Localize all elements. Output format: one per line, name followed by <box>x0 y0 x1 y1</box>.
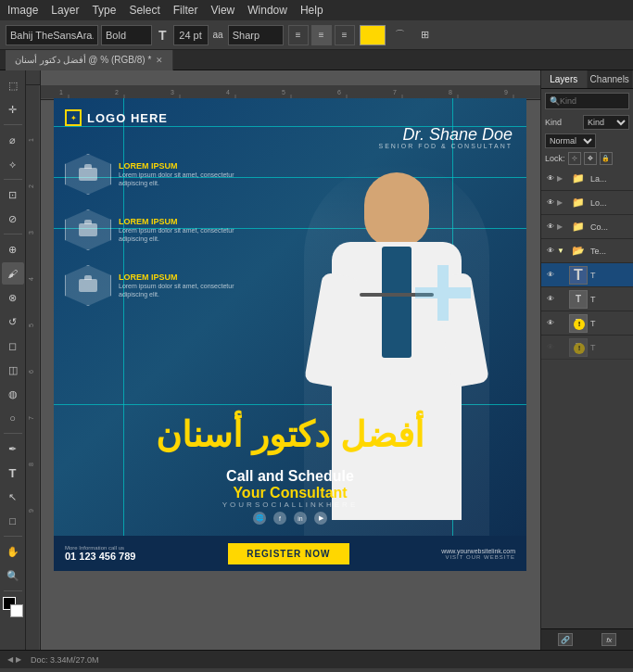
social-icon-4: ▶ <box>314 512 327 525</box>
hex-shape-2 <box>65 209 111 250</box>
link-layers-btn[interactable]: 🔗 <box>558 633 573 646</box>
layers-search-input[interactable] <box>560 96 625 106</box>
antialiasing-select[interactable] <box>228 25 284 45</box>
font-style-input[interactable] <box>101 25 152 45</box>
gradient-tool[interactable]: ◫ <box>2 359 24 381</box>
layers-list: 👁 ▶ 📁 La... 👁 ▶ 📁 Lo... 👁 ▶ 📁 Co... <box>541 167 633 628</box>
svg-text:2: 2 <box>115 89 119 95</box>
bottom-bar: More Information call us 01 123 456 789 … <box>54 536 526 571</box>
lock-position-btn[interactable]: ⊹ <box>568 152 581 165</box>
fx-btn[interactable]: fx <box>601 633 616 646</box>
layer-item-t1[interactable]: 👁 T T <box>541 263 633 287</box>
hex-text-3: LOREM IPSUM Lorem ipsum dolor sit amet, … <box>119 273 239 298</box>
layer-visibility-t3[interactable]: 👁 <box>544 317 557 330</box>
layer-expand-co[interactable]: ▶ <box>557 222 566 231</box>
menu-image[interactable]: Image <box>7 4 38 17</box>
svg-text:7: 7 <box>393 89 397 95</box>
menu-filter[interactable]: Filter <box>173 4 198 17</box>
arabic-heading: أفضل دكتور أسنان <box>54 416 526 455</box>
lock-pixel-btn[interactable]: ✥ <box>584 152 597 165</box>
layers-search[interactable]: 🔍 <box>545 93 629 109</box>
shape-tool[interactable]: □ <box>2 510 24 532</box>
menu-view[interactable]: View <box>210 4 234 17</box>
layer-t-icon-4: T ! <box>569 338 588 357</box>
layer-item-lo[interactable]: 👁 ▶ 📁 Lo... <box>541 191 633 215</box>
zoom-tool[interactable]: 🔍 <box>2 564 24 587</box>
phone-area: More Information call us 01 123 456 789 <box>65 545 135 562</box>
pen-tool[interactable]: ✒ <box>2 437 24 460</box>
brush-tool[interactable]: 🖌 <box>2 262 24 285</box>
blur-tool[interactable]: ◍ <box>2 383 24 405</box>
social-link-text: YOURSOCIALLINKHERE <box>54 501 526 509</box>
eraser-tool[interactable]: ◻ <box>2 335 24 357</box>
warp-text-btn[interactable]: ⌒ <box>390 25 411 45</box>
align-left-btn[interactable]: ≡ <box>288 25 309 45</box>
menu-type[interactable]: Type <box>92 4 116 17</box>
menu-window[interactable]: Window <box>247 4 287 17</box>
move-tool[interactable]: ✛ <box>2 98 24 120</box>
aa-icon: aa <box>211 30 225 40</box>
dodge-tool[interactable]: ○ <box>2 407 24 429</box>
path-selection-tool[interactable]: ↖ <box>2 486 24 508</box>
layer-expand-te[interactable]: ▼ <box>557 247 566 255</box>
selection-tool[interactable]: ⬚ <box>2 74 24 96</box>
layer-expand-lo[interactable]: ▶ <box>557 198 566 207</box>
document-tab[interactable]: أفضل دكتور أسنان @ % (RGB/8) * ✕ <box>6 50 173 70</box>
layer-visibility-te[interactable]: 👁 <box>544 245 557 258</box>
tab-close-btn[interactable]: ✕ <box>156 56 163 65</box>
lock-all-btn[interactable]: 🔒 <box>600 152 613 165</box>
align-center-btn[interactable]: ≡ <box>311 25 332 45</box>
align-right-btn[interactable]: ≡ <box>335 25 355 45</box>
layer-item-t4[interactable]: 👁 T ! T <box>541 336 633 360</box>
magic-wand-tool[interactable]: ⟡ <box>2 153 24 175</box>
kind-select[interactable]: Kind <box>583 115 629 130</box>
stamp-tool[interactable]: ⊗ <box>2 286 24 309</box>
status-prev-btn[interactable]: ◀ <box>7 655 13 664</box>
layer-visibility-la[interactable]: 👁 <box>544 172 557 185</box>
font-size-input[interactable] <box>173 25 209 45</box>
layer-name-co: Co... <box>590 222 630 232</box>
layer-visibility-co[interactable]: 👁 <box>544 221 557 234</box>
layer-item-t2[interactable]: 👁 T T <box>541 287 633 311</box>
menu-layer[interactable]: Layer <box>51 4 79 17</box>
register-button[interactable]: REGISTER NOW <box>228 543 348 564</box>
tab-bar: أفضل دكتور أسنان @ % (RGB/8) * ✕ <box>0 50 633 70</box>
options-btn[interactable]: ⊞ <box>415 25 436 45</box>
menu-select[interactable]: Select <box>129 4 159 17</box>
crop-tool[interactable]: ⊡ <box>2 184 24 206</box>
type-tool[interactable]: T <box>2 462 24 484</box>
website-label: VISIT OUR WEBSITE <box>445 554 515 560</box>
history-brush-tool[interactable]: ↺ <box>2 311 24 333</box>
layer-item-te[interactable]: 👁 ▼ 📂 Te... <box>541 239 633 263</box>
lasso-tool[interactable]: ⌀ <box>2 129 24 151</box>
layer-t-icon-3: T ! <box>569 314 588 333</box>
tab-channels[interactable]: Channels <box>588 70 634 88</box>
doctor-name-text: Dr. Shane Doe <box>378 126 513 143</box>
text-color-swatch[interactable] <box>360 25 386 45</box>
layer-visibility-t4[interactable]: 👁 <box>544 341 557 354</box>
lock-row: Lock: ⊹ ✥ 🔒 <box>541 150 633 167</box>
font-family-input[interactable] <box>6 25 98 45</box>
canvas-area: 1 2 3 4 5 6 7 8 9 10 <box>26 70 540 650</box>
healing-brush-tool[interactable]: ⊕ <box>2 238 24 260</box>
social-icon-3: in <box>294 512 307 525</box>
layer-item-la[interactable]: 👁 ▶ 📁 La... <box>541 167 633 191</box>
foreground-background-colors[interactable] <box>3 597 23 617</box>
website-url: www.yourwebsitelink.com <box>441 548 515 554</box>
layer-expand-la[interactable]: ▶ <box>557 174 566 183</box>
layer-item-t3[interactable]: 👁 T ! T <box>541 311 633 336</box>
eyedropper-tool[interactable]: ⊘ <box>2 208 24 230</box>
tab-layers[interactable]: Layers <box>541 70 588 88</box>
blend-mode-select[interactable]: Normal <box>545 133 596 148</box>
layer-visibility-lo[interactable]: 👁 <box>544 197 557 209</box>
layer-visibility-t1[interactable]: 👁 <box>544 269 557 282</box>
font-group: T aa <box>6 25 284 45</box>
layer-name-te: Te... <box>590 247 630 256</box>
layer-item-co[interactable]: 👁 ▶ 📁 Co... <box>541 215 633 239</box>
menu-help[interactable]: Help <box>300 4 323 17</box>
align-group: ≡ ≡ ≡ <box>288 25 355 45</box>
doctor-title-text: SENIOR FOD & CONSULTANT <box>378 143 513 149</box>
hand-tool[interactable]: ✋ <box>2 540 24 563</box>
layer-visibility-t2[interactable]: 👁 <box>544 293 557 306</box>
status-next-btn[interactable]: ▶ <box>16 655 21 664</box>
